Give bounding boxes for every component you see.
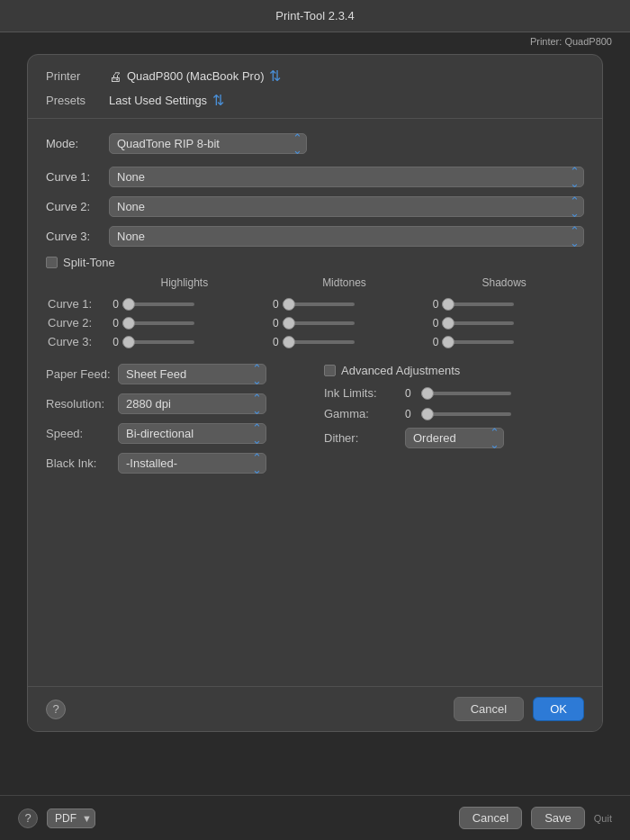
printer-topbar-text: Printer: QuadP800 [530,36,612,47]
black-ink-select[interactable]: -Installed- [118,453,266,474]
mode-select-wrap: QuadTone RIP 8-bit ⌃⌄ [109,133,307,154]
paper-feed-select-wrap: Sheet Feed ⌃⌄ [118,364,266,384]
presets-stepper-icon[interactable]: ⇅ [212,92,224,109]
h1-cell: 0 [104,294,265,313]
printer-row-label: Printer [46,69,109,83]
dither-label: Dither: [324,431,405,445]
mode-row: Mode: QuadTone RIP 8-bit ⌃⌄ [46,133,584,154]
ink-limits-label: Ink Limits: [324,386,405,400]
table-row: Curve 3: 0 0 [46,332,584,351]
col-midtones: Midtones [265,275,425,294]
ok-button[interactable]: OK [533,697,584,721]
h1-slider[interactable] [122,303,194,306]
printer-row: Printer 🖨 QuadP800 (MacBook Pro) ⇅ [46,68,584,85]
m2-cell: 0 [265,313,425,332]
s3-cell: 0 [424,332,584,351]
curve1-label: Curve 1: [46,170,100,184]
m3-cell: 0 [265,332,425,351]
s1-slider[interactable] [442,303,514,306]
ink-limits-row: Ink Limits: 0 [324,386,584,400]
mode-label: Mode: [46,137,100,150]
adv-adj-checkbox[interactable] [324,365,336,376]
row-curve1: Curve 1: [46,294,104,313]
split-tone-label: Split-Tone [63,256,115,269]
ink-limits-group: 0 [405,387,511,400]
m1-val: 0 [266,298,279,311]
bottom-section: Paper Feed: Sheet Feed ⌃⌄ Resolution: 28… [46,364,584,483]
black-ink-label: Black Ink: [46,456,118,470]
dither-select[interactable]: Ordered [405,428,504,448]
black-ink-row: Black Ink: -Installed- ⌃⌄ [46,453,306,474]
os-help-button[interactable]: ? [18,808,38,828]
title-bar: Print-Tool 2.3.4 [0,0,630,32]
h3-cell: 0 [104,332,265,351]
gamma-val: 0 [405,408,418,420]
col-highlights: Highlights [104,275,265,294]
presets-row: Presets Last Used Settings ⇅ [46,92,584,109]
h3-slider[interactable] [122,340,194,344]
resolution-select-wrap: 2880 dpi ⌃⌄ [118,393,266,414]
curve3-select[interactable]: None [109,226,584,247]
s2-slider[interactable] [442,321,514,325]
s1-val: 0 [426,298,438,311]
presets-row-label: Presets [46,94,109,107]
curve2-select-wrap: None ⌃⌄ [109,196,584,217]
dialog-body: Mode: QuadTone RIP 8-bit ⌃⌄ Curve 1: Non… [28,119,602,497]
speed-select[interactable]: Bi-directional [118,423,266,444]
resolution-select[interactable]: 2880 dpi [118,393,266,414]
row-curve3: Curve 3: [46,332,104,351]
mode-select[interactable]: QuadTone RIP 8-bit [109,133,307,154]
speed-label: Speed: [46,427,118,440]
printer-name: QuadP800 (MacBook Pro) [127,69,264,83]
resolution-label: Resolution: [46,397,118,411]
h1-val: 0 [106,298,119,311]
ink-limits-val: 0 [405,387,418,400]
speed-select-wrap: Bi-directional ⌃⌄ [118,423,266,444]
app-title: Print-Tool 2.3.4 [275,9,354,23]
curve2-label: Curve 2: [46,200,100,213]
resolution-row: Resolution: 2880 dpi ⌃⌄ [46,393,306,414]
curve2-select[interactable]: None [109,196,584,217]
m1-slider[interactable] [283,303,355,306]
black-ink-select-wrap: -Installed- ⌃⌄ [118,453,266,474]
dialog-footer: ? Cancel OK [28,686,602,731]
row-curve2: Curve 2: [46,313,104,332]
help-button[interactable]: ? [46,700,66,719]
h2-slider[interactable] [122,321,194,325]
col-empty [46,275,104,294]
dither-row: Dither: Ordered ⌃⌄ [324,428,584,448]
split-tone-checkbox-label[interactable]: Split-Tone [46,256,115,269]
col-shadows: Shadows [424,275,584,294]
s2-val: 0 [426,317,438,330]
printer-stepper-icon[interactable]: ⇅ [269,68,281,85]
paper-feed-row: Paper Feed: Sheet Feed ⌃⌄ [46,364,306,384]
m3-slider[interactable] [283,340,355,344]
cancel-button[interactable]: Cancel [454,697,524,721]
s1-cell: 0 [424,294,584,313]
gamma-label: Gamma: [324,407,405,420]
paper-feed-label: Paper Feed: [46,367,118,381]
paper-feed-select[interactable]: Sheet Feed [118,364,266,384]
table-row: Curve 1: 0 0 [46,294,584,313]
pdf-select-wrap: PDF ▼ [47,808,95,828]
os-cancel-button[interactable]: Cancel [459,807,522,829]
gamma-group: 0 [405,408,511,420]
curve3-select-wrap: None ⌃⌄ [109,226,584,247]
m2-slider[interactable] [283,321,355,325]
gamma-row: Gamma: 0 [324,407,584,420]
curve3-label: Curve 3: [46,230,100,243]
adv-adj-label: Advanced Adjustments [341,364,460,377]
ink-limits-slider[interactable] [421,392,511,395]
pdf-select[interactable]: PDF [47,808,95,828]
sliders-table: Highlights Midtones Shadows Curve 1: 0 [46,275,584,351]
h2-val: 0 [106,317,119,330]
curve1-select[interactable]: None [109,167,584,187]
os-save-button[interactable]: Save [531,807,585,829]
footer-btn-group: Cancel OK [454,697,584,721]
curve3-row: Curve 3: None ⌃⌄ [46,226,584,247]
printer-icon: 🖨 [109,69,122,84]
split-tone-checkbox[interactable] [46,257,58,268]
m3-val: 0 [266,336,279,348]
gamma-slider[interactable] [421,412,511,416]
s3-slider[interactable] [442,340,514,344]
